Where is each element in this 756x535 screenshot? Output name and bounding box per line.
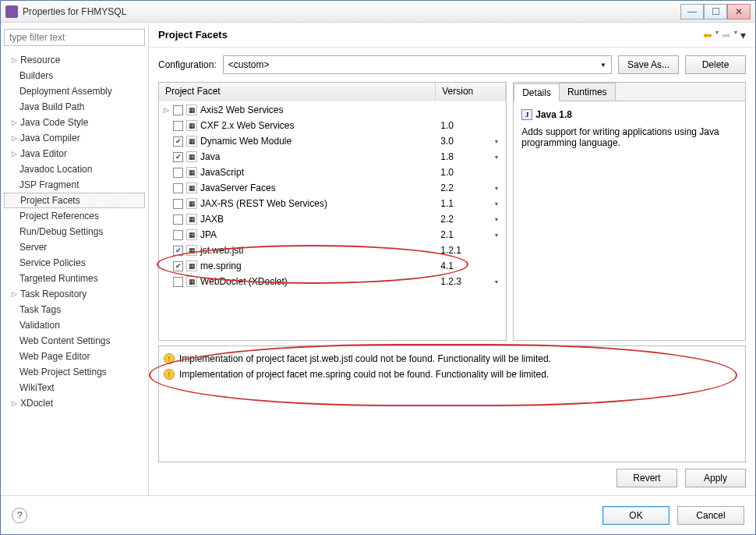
col-project-facet[interactable]: Project Facet (159, 83, 436, 100)
cancel-button[interactable]: Cancel (677, 506, 744, 525)
expand-icon[interactable]: ▷ (164, 106, 173, 114)
facet-row[interactable]: ▦JPA2.1▾ (159, 227, 506, 243)
page-title: Project Facets (158, 29, 703, 41)
help-button[interactable]: ? (12, 508, 27, 523)
version-dropdown-icon[interactable]: ▾ (495, 154, 506, 161)
sidebar-item-server[interactable]: Server (4, 239, 145, 255)
facet-row[interactable]: ▦JAXB2.2▾ (159, 211, 506, 227)
detail-text: Adds support for writing applications us… (521, 126, 737, 148)
save-as-button[interactable]: Save As... (618, 55, 679, 74)
facet-row[interactable]: ▦Dynamic Web Module3.0▾ (159, 133, 506, 149)
facet-checkbox[interactable] (173, 214, 183, 225)
facet-row[interactable]: ▦Java1.8▾ (159, 149, 506, 165)
facet-version: 1.8 (440, 151, 495, 162)
config-select[interactable]: <custom> ▼ (223, 55, 612, 74)
sidebar-item-java-compiler[interactable]: Java Compiler (4, 130, 145, 146)
sidebar-item-project-references[interactable]: Project References (4, 208, 145, 224)
ok-button[interactable]: OK (602, 506, 669, 525)
tab-details[interactable]: Details (514, 83, 560, 101)
facet-row[interactable]: ▷▦Axis2 Web Services (159, 102, 506, 118)
sidebar-item-java-build-path[interactable]: Java Build Path (4, 99, 145, 115)
sidebar-item-web-content-settings[interactable]: Web Content Settings (4, 333, 145, 349)
sidebar-item-web-project-settings[interactable]: Web Project Settings (4, 364, 145, 380)
facet-checkbox[interactable] (173, 261, 183, 271)
facet-checkbox[interactable] (173, 246, 183, 256)
sidebar-item-jsp-fragment[interactable]: JSP Fragment (4, 177, 145, 193)
facet-icon: ▦ (186, 182, 197, 193)
warning-text: Implementation of project facet jst.web.… (179, 353, 551, 364)
sidebar-item-service-policies[interactable]: Service Policies (4, 255, 145, 271)
forward-menu-icon[interactable]: ▾ (734, 29, 737, 41)
version-dropdown-icon[interactable]: ▾ (495, 138, 506, 145)
facet-version: 4.1 (440, 260, 495, 271)
detail-pane: Details Runtimes JJava 1.8 Adds support … (513, 82, 746, 341)
detail-heading: Java 1.8 (535, 109, 572, 120)
sidebar-item-builders[interactable]: Builders (4, 68, 145, 83)
version-dropdown-icon[interactable]: ▾ (495, 200, 506, 207)
facet-checkbox[interactable] (173, 121, 183, 131)
facet-checkbox[interactable] (173, 199, 183, 209)
sidebar-item-wikitext[interactable]: WikiText (4, 380, 145, 395)
sidebar-item-web-page-editor[interactable]: Web Page Editor (4, 349, 145, 364)
facet-name: JavaScript (200, 167, 440, 178)
sidebar-item-targeted-runtimes[interactable]: Targeted Runtimes (4, 271, 145, 286)
sidebar-item-task-tags[interactable]: Task Tags (4, 302, 145, 317)
sidebar-item-java-editor[interactable]: Java Editor (4, 146, 145, 161)
back-icon[interactable]: ⬅ (703, 29, 712, 41)
warning-text: Implementation of project facet me.sprin… (179, 369, 549, 380)
facet-row[interactable]: ▦JAX-RS (REST Web Services)1.1▾ (159, 196, 506, 211)
sidebar-item-run-debug-settings[interactable]: Run/Debug Settings (4, 224, 145, 239)
facet-row[interactable]: ▦JavaServer Faces2.2▾ (159, 180, 506, 196)
sidebar-item-validation[interactable]: Validation (4, 317, 145, 333)
facet-checkbox[interactable] (173, 152, 183, 162)
chevron-down-icon: ▼ (600, 62, 606, 69)
facet-name: WebDoclet (XDoclet) (200, 276, 440, 287)
apply-button[interactable]: Apply (685, 469, 746, 487)
menu-icon[interactable]: ▾ (740, 29, 746, 41)
back-menu-icon[interactable]: ▾ (715, 29, 719, 41)
facet-name: JavaServer Faces (200, 182, 440, 193)
title-bar: Properties for FHMYSQL — ☐ ✕ (1, 1, 755, 23)
sidebar-item-xdoclet[interactable]: XDoclet (4, 395, 145, 411)
sidebar-item-deployment-assembly[interactable]: Deployment Assembly (4, 83, 145, 99)
sidebar-item-project-facets[interactable]: Project Facets (4, 193, 145, 208)
facet-checkbox[interactable] (173, 183, 183, 193)
facet-name: JAXB (200, 214, 440, 225)
filter-input[interactable] (4, 29, 145, 46)
facet-checkbox[interactable] (173, 230, 183, 240)
facet-row[interactable]: ▦jst.web.jstl1.2.1 (159, 243, 506, 258)
facet-name: jst.web.jstl (200, 245, 440, 256)
minimize-button[interactable]: — (680, 4, 704, 19)
tab-runtimes[interactable]: Runtimes (559, 83, 616, 101)
facet-version: 1.2.3 (440, 276, 495, 287)
app-icon (5, 5, 18, 18)
forward-icon[interactable]: ➡ (722, 29, 731, 41)
revert-button[interactable]: Revert (616, 469, 677, 487)
facet-checkbox[interactable] (173, 136, 183, 147)
sidebar-item-javadoc-location[interactable]: Javadoc Location (4, 161, 145, 177)
sidebar-item-task-repository[interactable]: Task Repository (4, 286, 145, 302)
facet-version: 2.2 (440, 182, 495, 193)
facet-checkbox[interactable] (173, 168, 183, 178)
version-dropdown-icon[interactable]: ▾ (495, 185, 506, 192)
facet-row[interactable]: ▦WebDoclet (XDoclet)1.2.3▾ (159, 274, 506, 289)
facet-name: Axis2 Web Services (200, 105, 440, 115)
facet-icon: ▦ (186, 120, 197, 131)
sidebar-item-java-code-style[interactable]: Java Code Style (4, 115, 145, 130)
facet-row[interactable]: ▦me.spring4.1 (159, 258, 506, 274)
facet-icon: ▦ (186, 214, 197, 225)
version-dropdown-icon[interactable]: ▾ (495, 216, 506, 223)
close-button[interactable]: ✕ (727, 4, 751, 19)
config-value: <custom> (228, 59, 270, 70)
facet-row[interactable]: ▦JavaScript1.0 (159, 165, 506, 180)
col-version[interactable]: Version (436, 83, 506, 100)
sidebar-item-resource[interactable]: Resource (4, 52, 145, 68)
facet-checkbox[interactable] (173, 105, 183, 115)
maximize-button[interactable]: ☐ (704, 4, 727, 19)
facet-row[interactable]: ▦CXF 2.x Web Services1.0 (159, 118, 506, 133)
version-dropdown-icon[interactable]: ▾ (495, 232, 506, 239)
facet-checkbox[interactable] (173, 277, 183, 287)
facet-version: 3.0 (440, 136, 495, 147)
version-dropdown-icon[interactable]: ▾ (495, 278, 506, 285)
delete-button[interactable]: Delete (685, 55, 746, 74)
